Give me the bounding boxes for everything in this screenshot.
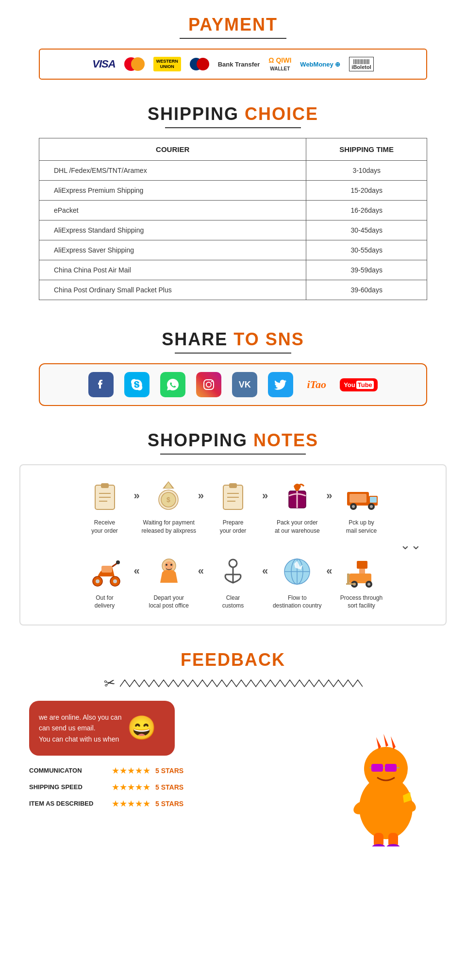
sns-title: SHARE TO SNS [10, 329, 456, 350]
payment-qiwi: Ω QIWIWALLET [268, 56, 291, 72]
item-described-label: ITEM AS DESCRIBED [29, 800, 107, 807]
notes-box: Receiveyour order $ Waiting for paymentr… [19, 464, 447, 625]
notes-title-black: SHOPPING [148, 430, 253, 450]
arrow-5 [134, 555, 140, 577]
shipping-speed-label: SHIPPING SPEED [29, 783, 107, 791]
youtube-icon[interactable]: YouTube [340, 378, 378, 391]
flow-destination-label: Flow todestination country [273, 594, 322, 610]
shipping-title-orange: CHOICE [245, 104, 318, 124]
table-row: AliExpress Premium Shipping 15-20days [39, 181, 427, 201]
boletol-logo: |||||||||||iBoletol [349, 57, 373, 71]
arrow-1 [134, 480, 140, 502]
chat-message: we are online. Also you cancan send us e… [39, 713, 121, 743]
table-row: AliExpress Saver Shipping 30-55days [39, 240, 427, 260]
arrow-2 [198, 480, 204, 502]
notes-title-orange: NOTES [253, 430, 318, 450]
svg-point-2 [211, 381, 213, 382]
webmoney-logo: WebMoney ⊕ [300, 61, 340, 68]
svg-text:$: $ [166, 496, 170, 504]
scissors-icon: ✂ [102, 674, 116, 692]
svg-point-37 [166, 564, 167, 566]
visa-logo: VISA [92, 58, 115, 70]
sns-title-black: SHARE [162, 329, 233, 349]
shipping-table-wrap: COURIER SHIPPING TIME DHL /Fedex/EMS/TNT… [39, 138, 427, 300]
step-pickup-mail: Pck up bymail service [333, 480, 391, 535]
rating-described: ITEM AS DESCRIBED ★★★★★ 5 STARS [29, 798, 301, 809]
payment-section: PAYMENT VISA WESTERNUNION Bank Transfer … [0, 0, 466, 89]
svg-point-24 [352, 505, 355, 508]
shipping-speed-stars: ★★★★★ [112, 782, 150, 793]
process-row-1: Receiveyour order $ Waiting for paymentr… [30, 480, 436, 535]
out-delivery-icon [88, 555, 122, 589]
arrow-3 [262, 480, 268, 502]
table-row: AliExpress Standard Shipping 30-45days [39, 220, 427, 240]
svg-line-33 [112, 563, 117, 567]
pickup-mail-label: Pck up bymail service [346, 519, 377, 535]
pickup-mail-icon [345, 480, 379, 514]
time-cell: 39-59days [306, 260, 427, 280]
sort-facility-label: Process throughsort facility [340, 594, 383, 610]
facebook-icon[interactable] [88, 372, 114, 397]
time-cell: 3-10days [306, 161, 427, 181]
shipping-title: SHIPPING CHOICE [10, 104, 456, 124]
payment-webmoney: WebMoney ⊕ [300, 61, 340, 68]
step-depart-post: Depart yourlocal post office [140, 555, 198, 610]
shipping-section: SHIPPING CHOICE COURIER SHIPPING TIME DH… [0, 89, 466, 315]
sort-facility-icon [345, 555, 379, 589]
itao-icon[interactable]: iTao [304, 372, 329, 397]
svg-marker-65 [383, 734, 388, 747]
courier-cell: China China Post Air Mail [39, 260, 306, 280]
maestro-circle2 [197, 58, 209, 70]
svg-rect-14 [229, 483, 237, 488]
svg-rect-22 [370, 497, 377, 503]
step-pack-order: Pack your orderat our warehouse [268, 480, 326, 535]
step-out-delivery: Out fordelivery [76, 555, 134, 610]
arrow-7 [262, 555, 268, 577]
payment-visa: VISA [92, 58, 115, 70]
col-shipping-time: SHIPPING TIME [306, 138, 427, 161]
svg-point-26 [370, 505, 373, 508]
col-courier: COURIER [39, 138, 306, 161]
whatsapp-icon[interactable] [160, 372, 185, 397]
svg-rect-27 [350, 494, 366, 503]
time-cell: 30-55days [306, 240, 427, 260]
payment-western-union: WESTERNUNION [153, 57, 181, 71]
shipping-speed-value: 5 STARS [155, 783, 183, 791]
svg-rect-55 [347, 574, 350, 584]
courier-cell: ePacket [39, 201, 306, 220]
courier-cell: AliExpress Standard Shipping [39, 220, 306, 240]
svg-rect-48 [357, 561, 367, 569]
svg-point-39 [229, 559, 237, 567]
skype-icon[interactable] [124, 372, 150, 397]
courier-cell: AliExpress Premium Shipping [39, 181, 306, 201]
step-flow-destination: Flow todestination country [268, 555, 326, 610]
western-union-logo: WESTERNUNION [153, 57, 181, 71]
svg-rect-4 [101, 483, 109, 488]
feedback-mascot-area [316, 701, 437, 846]
payment-box: VISA WESTERNUNION Bank Transfer Ω QIWIWA… [39, 49, 427, 80]
twitter-icon[interactable] [268, 372, 293, 397]
svg-point-54 [367, 583, 370, 586]
youtube-label: YouTube [344, 381, 374, 389]
table-row: China China Post Air Mail 39-59days [39, 260, 427, 280]
process-row-2: Out fordelivery Depart yourlocal [30, 555, 436, 610]
time-cell: 39-60days [306, 280, 427, 300]
clear-customs-label: Clearcustoms [222, 594, 244, 610]
payment-maestro [190, 58, 209, 70]
table-row: DHL /Fedex/EMS/TNT/Aramex 3-10days [39, 161, 427, 181]
shipping-underline [165, 127, 301, 128]
sns-underline [175, 353, 291, 354]
receive-order-label: Receiveyour order [91, 519, 118, 535]
vk-icon[interactable]: VK [232, 372, 257, 397]
svg-point-31 [113, 579, 117, 583]
payment-underline [180, 38, 286, 39]
arrow-down: ⌄⌄ [30, 538, 436, 553]
clear-customs-icon [216, 555, 250, 589]
feedback-title: FEEDBACK [10, 650, 456, 670]
feedback-left: we are online. Also you cancan send us e… [29, 701, 301, 815]
time-cell: 15-20days [306, 181, 427, 201]
svg-marker-66 [391, 736, 396, 749]
payment-title-black: PAY [188, 15, 224, 34]
instagram-icon[interactable] [196, 372, 221, 397]
shipping-table: COURIER SHIPPING TIME DHL /Fedex/EMS/TNT… [39, 138, 427, 300]
